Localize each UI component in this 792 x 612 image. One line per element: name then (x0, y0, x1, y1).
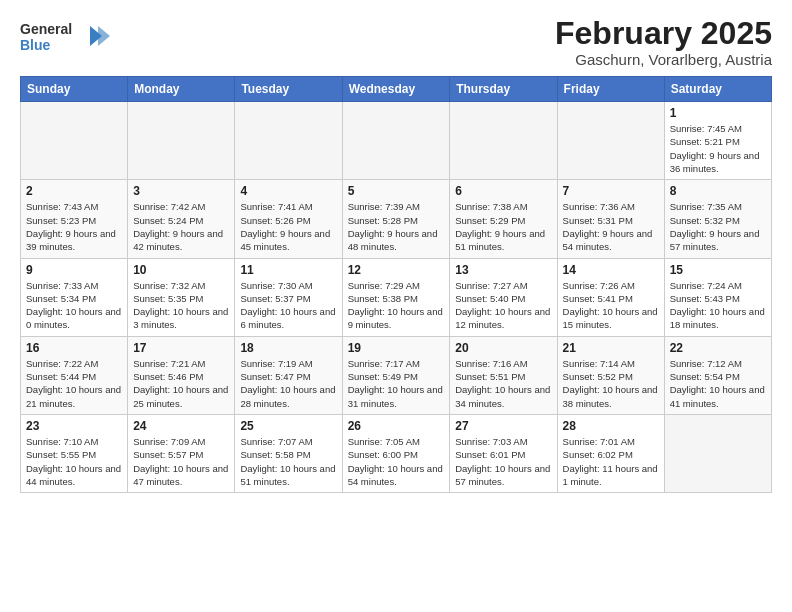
day-number: 21 (563, 341, 659, 355)
calendar-cell: 18Sunrise: 7:19 AM Sunset: 5:47 PM Dayli… (235, 336, 342, 414)
day-number: 17 (133, 341, 229, 355)
calendar-cell: 1Sunrise: 7:45 AM Sunset: 5:21 PM Daylig… (664, 102, 771, 180)
day-number: 6 (455, 184, 551, 198)
calendar-cell (21, 102, 128, 180)
day-info: Sunrise: 7:35 AM Sunset: 5:32 PM Dayligh… (670, 200, 766, 253)
day-info: Sunrise: 7:16 AM Sunset: 5:51 PM Dayligh… (455, 357, 551, 410)
logo-text: General Blue (20, 16, 110, 60)
day-info: Sunrise: 7:33 AM Sunset: 5:34 PM Dayligh… (26, 279, 122, 332)
day-number: 5 (348, 184, 445, 198)
day-info: Sunrise: 7:14 AM Sunset: 5:52 PM Dayligh… (563, 357, 659, 410)
calendar-cell: 7Sunrise: 7:36 AM Sunset: 5:31 PM Daylig… (557, 180, 664, 258)
calendar-cell: 8Sunrise: 7:35 AM Sunset: 5:32 PM Daylig… (664, 180, 771, 258)
day-number: 18 (240, 341, 336, 355)
day-info: Sunrise: 7:26 AM Sunset: 5:41 PM Dayligh… (563, 279, 659, 332)
day-info: Sunrise: 7:01 AM Sunset: 6:02 PM Dayligh… (563, 435, 659, 488)
calendar-cell: 19Sunrise: 7:17 AM Sunset: 5:49 PM Dayli… (342, 336, 450, 414)
day-number: 9 (26, 263, 122, 277)
calendar-cell: 27Sunrise: 7:03 AM Sunset: 6:01 PM Dayli… (450, 414, 557, 492)
calendar-cell: 24Sunrise: 7:09 AM Sunset: 5:57 PM Dayli… (128, 414, 235, 492)
calendar-cell: 21Sunrise: 7:14 AM Sunset: 5:52 PM Dayli… (557, 336, 664, 414)
calendar-cell: 12Sunrise: 7:29 AM Sunset: 5:38 PM Dayli… (342, 258, 450, 336)
calendar-week-4: 16Sunrise: 7:22 AM Sunset: 5:44 PM Dayli… (21, 336, 772, 414)
day-number: 10 (133, 263, 229, 277)
day-number: 19 (348, 341, 445, 355)
day-info: Sunrise: 7:05 AM Sunset: 6:00 PM Dayligh… (348, 435, 445, 488)
day-number: 12 (348, 263, 445, 277)
day-number: 20 (455, 341, 551, 355)
calendar-cell: 25Sunrise: 7:07 AM Sunset: 5:58 PM Dayli… (235, 414, 342, 492)
day-info: Sunrise: 7:38 AM Sunset: 5:29 PM Dayligh… (455, 200, 551, 253)
logo: General Blue (20, 16, 110, 60)
calendar-table: SundayMondayTuesdayWednesdayThursdayFrid… (20, 76, 772, 493)
day-number: 4 (240, 184, 336, 198)
weekday-header-saturday: Saturday (664, 77, 771, 102)
calendar-cell: 6Sunrise: 7:38 AM Sunset: 5:29 PM Daylig… (450, 180, 557, 258)
day-info: Sunrise: 7:19 AM Sunset: 5:47 PM Dayligh… (240, 357, 336, 410)
day-number: 8 (670, 184, 766, 198)
day-number: 24 (133, 419, 229, 433)
calendar-cell (450, 102, 557, 180)
weekday-header-sunday: Sunday (21, 77, 128, 102)
svg-marker-3 (98, 26, 110, 46)
day-number: 16 (26, 341, 122, 355)
day-info: Sunrise: 7:43 AM Sunset: 5:23 PM Dayligh… (26, 200, 122, 253)
day-number: 22 (670, 341, 766, 355)
weekday-header-wednesday: Wednesday (342, 77, 450, 102)
weekday-header-monday: Monday (128, 77, 235, 102)
weekday-header-row: SundayMondayTuesdayWednesdayThursdayFrid… (21, 77, 772, 102)
day-number: 2 (26, 184, 122, 198)
day-info: Sunrise: 7:24 AM Sunset: 5:43 PM Dayligh… (670, 279, 766, 332)
title-section: February 2025 Gaschurn, Vorarlberg, Aust… (555, 16, 772, 68)
calendar-cell: 3Sunrise: 7:42 AM Sunset: 5:24 PM Daylig… (128, 180, 235, 258)
calendar-cell: 14Sunrise: 7:26 AM Sunset: 5:41 PM Dayli… (557, 258, 664, 336)
weekday-header-tuesday: Tuesday (235, 77, 342, 102)
calendar-cell: 16Sunrise: 7:22 AM Sunset: 5:44 PM Dayli… (21, 336, 128, 414)
day-info: Sunrise: 7:10 AM Sunset: 5:55 PM Dayligh… (26, 435, 122, 488)
calendar-cell (342, 102, 450, 180)
page: General Blue February 2025 Gaschurn, Vor… (0, 0, 792, 503)
calendar-week-1: 1Sunrise: 7:45 AM Sunset: 5:21 PM Daylig… (21, 102, 772, 180)
calendar-cell (557, 102, 664, 180)
calendar-cell: 9Sunrise: 7:33 AM Sunset: 5:34 PM Daylig… (21, 258, 128, 336)
day-number: 13 (455, 263, 551, 277)
calendar-cell: 17Sunrise: 7:21 AM Sunset: 5:46 PM Dayli… (128, 336, 235, 414)
day-info: Sunrise: 7:42 AM Sunset: 5:24 PM Dayligh… (133, 200, 229, 253)
day-info: Sunrise: 7:41 AM Sunset: 5:26 PM Dayligh… (240, 200, 336, 253)
calendar-cell: 15Sunrise: 7:24 AM Sunset: 5:43 PM Dayli… (664, 258, 771, 336)
calendar-cell: 13Sunrise: 7:27 AM Sunset: 5:40 PM Dayli… (450, 258, 557, 336)
svg-text:Blue: Blue (20, 37, 51, 53)
day-number: 27 (455, 419, 551, 433)
day-number: 3 (133, 184, 229, 198)
month-year-title: February 2025 (555, 16, 772, 51)
calendar-cell: 11Sunrise: 7:30 AM Sunset: 5:37 PM Dayli… (235, 258, 342, 336)
day-info: Sunrise: 7:17 AM Sunset: 5:49 PM Dayligh… (348, 357, 445, 410)
day-info: Sunrise: 7:29 AM Sunset: 5:38 PM Dayligh… (348, 279, 445, 332)
day-number: 15 (670, 263, 766, 277)
calendar-cell (128, 102, 235, 180)
day-info: Sunrise: 7:22 AM Sunset: 5:44 PM Dayligh… (26, 357, 122, 410)
day-info: Sunrise: 7:12 AM Sunset: 5:54 PM Dayligh… (670, 357, 766, 410)
day-number: 23 (26, 419, 122, 433)
day-info: Sunrise: 7:32 AM Sunset: 5:35 PM Dayligh… (133, 279, 229, 332)
day-number: 28 (563, 419, 659, 433)
day-number: 11 (240, 263, 336, 277)
weekday-header-friday: Friday (557, 77, 664, 102)
day-info: Sunrise: 7:03 AM Sunset: 6:01 PM Dayligh… (455, 435, 551, 488)
calendar-cell: 10Sunrise: 7:32 AM Sunset: 5:35 PM Dayli… (128, 258, 235, 336)
calendar-cell: 5Sunrise: 7:39 AM Sunset: 5:28 PM Daylig… (342, 180, 450, 258)
weekday-header-thursday: Thursday (450, 77, 557, 102)
calendar-week-2: 2Sunrise: 7:43 AM Sunset: 5:23 PM Daylig… (21, 180, 772, 258)
day-info: Sunrise: 7:21 AM Sunset: 5:46 PM Dayligh… (133, 357, 229, 410)
calendar-week-3: 9Sunrise: 7:33 AM Sunset: 5:34 PM Daylig… (21, 258, 772, 336)
calendar-cell: 22Sunrise: 7:12 AM Sunset: 5:54 PM Dayli… (664, 336, 771, 414)
day-info: Sunrise: 7:39 AM Sunset: 5:28 PM Dayligh… (348, 200, 445, 253)
day-info: Sunrise: 7:36 AM Sunset: 5:31 PM Dayligh… (563, 200, 659, 253)
day-info: Sunrise: 7:27 AM Sunset: 5:40 PM Dayligh… (455, 279, 551, 332)
day-number: 25 (240, 419, 336, 433)
calendar-cell (664, 414, 771, 492)
calendar-cell: 23Sunrise: 7:10 AM Sunset: 5:55 PM Dayli… (21, 414, 128, 492)
calendar-cell: 2Sunrise: 7:43 AM Sunset: 5:23 PM Daylig… (21, 180, 128, 258)
calendar-cell: 20Sunrise: 7:16 AM Sunset: 5:51 PM Dayli… (450, 336, 557, 414)
header-section: General Blue February 2025 Gaschurn, Vor… (20, 16, 772, 68)
